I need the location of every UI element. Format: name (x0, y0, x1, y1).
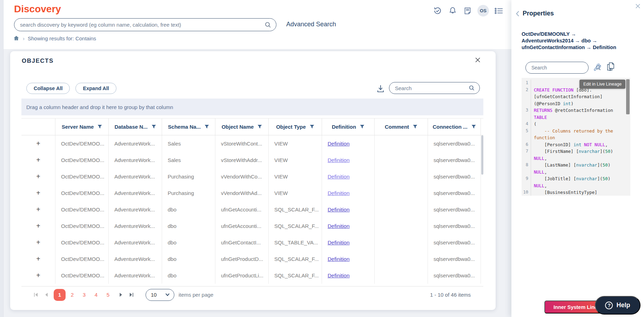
page-number-1[interactable]: 1 (54, 289, 66, 301)
definition-link[interactable]: Definition (328, 256, 350, 262)
definition-link[interactable]: Definition (328, 240, 350, 245)
compare-documents-icon (606, 61, 616, 72)
objects-close-button[interactable] (474, 56, 482, 64)
expand-row-button[interactable]: + (21, 218, 55, 234)
column-header-object-type[interactable]: Object Type (269, 119, 322, 135)
help-button[interactable]: ? Help (595, 296, 640, 315)
home-icon[interactable] (13, 35, 20, 41)
definition-link[interactable]: Definition (328, 207, 350, 213)
filter-icon[interactable] (471, 124, 476, 129)
definition-link[interactable]: Definition (328, 272, 350, 278)
notes-icon[interactable] (462, 6, 473, 16)
discovery-search[interactable] (14, 18, 276, 31)
table-search-input[interactable] (395, 85, 468, 91)
properties-search-input[interactable] (531, 65, 595, 70)
line-number (522, 114, 531, 121)
column-header-object-name[interactable]: Object Name (215, 119, 269, 135)
download-icon (376, 84, 385, 93)
advanced-search-link[interactable]: Advanced Search (286, 21, 336, 28)
filter-icon[interactable] (204, 124, 209, 129)
filter-icon[interactable] (152, 124, 156, 129)
line-number: 5 (522, 128, 531, 135)
expand-row-button[interactable]: + (21, 152, 55, 168)
search-icon[interactable] (468, 85, 475, 92)
last-page-button[interactable] (126, 290, 136, 300)
definition-link[interactable]: Definition (328, 174, 350, 180)
column-header-database-n---[interactable]: Database N... (109, 119, 162, 135)
compare-definition-button[interactable] (605, 61, 616, 73)
code-line: 8 [LastName] [nvarchar](50) (522, 162, 630, 169)
cell: AdventureWork... (109, 201, 162, 218)
definition-link[interactable]: Definition (328, 157, 350, 163)
line-number: 6 (522, 141, 531, 148)
filter-icon[interactable] (360, 124, 364, 129)
filter-icon[interactable] (98, 124, 102, 129)
discovery-search-input[interactable] (20, 22, 264, 28)
filter-icon[interactable] (413, 124, 417, 129)
column-header-definition[interactable]: Definition (322, 119, 375, 135)
collapse-all-button[interactable]: Collapse All (26, 83, 70, 94)
code-line: NULL, (522, 182, 630, 189)
code-editor[interactable]: 12CREATE FUNCTION [dbo].[ufnGetContactIn… (522, 78, 630, 196)
column-header-comment[interactable]: Comment (375, 119, 428, 135)
next-page-button[interactable] (115, 290, 126, 300)
first-page-button[interactable] (31, 290, 41, 300)
expand-all-button[interactable]: Expand All (75, 83, 116, 94)
code-line: 5 -- Columns returned by the (522, 128, 630, 135)
code-line: (@PersonID int) (522, 100, 630, 107)
notifications-bell-icon[interactable] (447, 6, 458, 16)
expand-row-button[interactable]: + (21, 168, 55, 185)
download-button[interactable] (376, 83, 385, 94)
avatar[interactable]: OS (477, 5, 489, 16)
definition-cell: Definition (322, 168, 375, 185)
code-line: TABLE (522, 114, 630, 121)
cell: Sales (162, 152, 215, 168)
definition-cell: Definition (322, 201, 375, 218)
cell: sqlserverdbwa0... (428, 152, 481, 168)
cell: AdventureWork... (109, 168, 162, 185)
expand-row-button[interactable]: + (21, 267, 55, 284)
expand-row-button[interactable]: + (21, 201, 55, 218)
group-by-bar[interactable]: Drag a column header and drop it here to… (21, 99, 483, 115)
code-line: 3RETURNS @retContactInformation (522, 107, 630, 114)
column-header-connection----[interactable]: Connection ... (428, 119, 481, 135)
page-number-3[interactable]: 3 (79, 292, 89, 298)
search-icon[interactable] (264, 21, 272, 29)
cell: VIEW (269, 135, 322, 152)
expand-row-button[interactable]: + (21, 185, 55, 201)
definition-link[interactable]: Definition (328, 223, 350, 229)
history-check-icon[interactable] (432, 6, 443, 16)
grid-scrollbar[interactable] (481, 135, 483, 175)
page-number-5[interactable]: 5 (103, 292, 113, 298)
code-text: function (531, 134, 555, 141)
definition-link[interactable]: Definition (328, 190, 350, 196)
page-title: Discovery (14, 4, 61, 15)
page-number-2[interactable]: 2 (67, 292, 78, 298)
table-search[interactable] (389, 82, 480, 94)
list-menu-icon[interactable] (494, 6, 504, 16)
filter-icon[interactable] (257, 124, 262, 129)
expand-row-button[interactable]: + (21, 251, 55, 267)
page-size-select[interactable]: 10 (146, 289, 174, 301)
line-number (522, 93, 531, 100)
column-label: Connection ... (432, 124, 467, 130)
code-text (531, 80, 534, 87)
prev-page-button[interactable] (41, 290, 52, 300)
back-chevron-icon[interactable] (516, 11, 519, 17)
code-scrollbar-thumb[interactable] (626, 79, 630, 114)
column-header-server-name[interactable]: Server Name (55, 119, 109, 135)
cell: OctDev/DEMOO... (55, 201, 109, 218)
cell: VIEW (269, 168, 322, 185)
expand-row-button[interactable]: + (21, 234, 55, 251)
cell (375, 218, 428, 234)
edit-live-lineage-button[interactable] (592, 62, 603, 74)
code-text: [LastName] [nvarchar](50) (531, 162, 610, 169)
expand-row-button[interactable]: + (21, 135, 55, 152)
column-header-schema-na---[interactable]: Schema Na... (162, 119, 215, 135)
properties-search[interactable] (525, 62, 589, 74)
code-line: function (522, 134, 630, 141)
page-number-4[interactable]: 4 (91, 292, 101, 298)
filter-icon[interactable] (310, 124, 314, 129)
panel-close-button[interactable] (634, 2, 641, 9)
definition-link[interactable]: Definition (328, 141, 350, 147)
